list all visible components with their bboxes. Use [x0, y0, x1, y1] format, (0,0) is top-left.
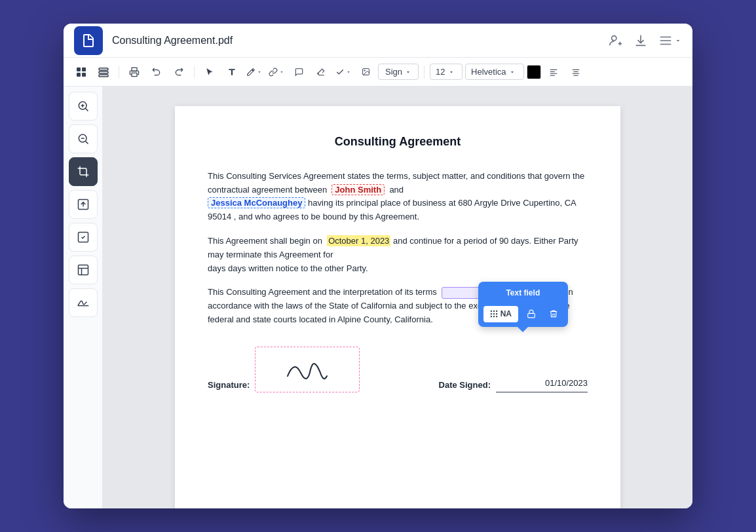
svg-point-11 [364, 70, 365, 71]
tooltip-delete-button[interactable] [544, 305, 563, 323]
svg-rect-3 [77, 73, 81, 77]
svg-rect-2 [82, 67, 86, 71]
signature-area: Signature: Date Signed: 01/10/2023 [208, 347, 588, 392]
para1-between: and [389, 185, 404, 195]
add-user-button[interactable] [609, 33, 623, 48]
font-family-selector[interactable]: Helvetica [465, 64, 524, 80]
na-badge-label: NA [501, 308, 512, 320]
main-content: Consulting Agreement This Consulting Ser… [64, 86, 692, 508]
sign-label: Sign [385, 67, 402, 77]
svg-rect-24 [493, 316, 495, 317]
svg-rect-4 [82, 73, 86, 77]
app-logo [74, 26, 103, 55]
menu-button[interactable] [658, 33, 682, 48]
svg-rect-22 [496, 313, 497, 314]
svg-rect-17 [490, 311, 491, 312]
logo-icon [81, 33, 96, 48]
document-area: Consulting Agreement This Consulting Ser… [103, 86, 692, 508]
align-left-button[interactable] [544, 62, 563, 82]
date-signed-label: Date Signed: [439, 379, 491, 392]
svg-rect-1 [77, 67, 81, 71]
svg-rect-26 [528, 314, 535, 318]
title-bar-actions [609, 33, 682, 48]
svg-rect-9 [132, 73, 137, 76]
font-family-value: Helvetica [471, 67, 506, 77]
font-size-selector[interactable]: 12 [430, 64, 463, 80]
list-view-button[interactable] [94, 62, 113, 82]
align-center-button[interactable] [566, 62, 586, 82]
template-button[interactable] [69, 256, 98, 284]
undo-button[interactable] [147, 62, 166, 82]
svg-point-0 [612, 35, 616, 40]
checkmark-button[interactable] [333, 62, 353, 82]
signature-right: Date Signed: 01/10/2023 [439, 377, 588, 392]
signature-box[interactable] [255, 347, 360, 392]
download-button[interactable] [633, 33, 648, 48]
tooltip-actions: NA [483, 305, 563, 323]
signature-label: Signature: [208, 379, 250, 392]
name1-field[interactable]: John Smith [331, 184, 385, 195]
pen-button[interactable] [244, 62, 264, 82]
checkbox-tool-button[interactable] [69, 223, 98, 252]
tooltip-label: Text field [483, 286, 563, 301]
redo-button[interactable] [169, 62, 189, 82]
cursor-button[interactable] [200, 62, 219, 82]
document-title: Consulting Agreement [208, 132, 588, 151]
separator-3 [424, 66, 425, 79]
para2-before: This Agreement shall begin on [208, 236, 322, 246]
paragraph-1: This Consulting Services Agreement state… [208, 170, 588, 224]
para3-before: This Consulting Agreement and the interp… [208, 287, 437, 297]
svg-rect-19 [496, 311, 497, 312]
crop-button[interactable] [69, 157, 98, 186]
name2-field[interactable]: Jessica McConaughey [208, 197, 305, 208]
separator-2 [194, 66, 195, 79]
svg-rect-6 [99, 71, 108, 73]
svg-rect-16 [78, 265, 88, 275]
paragraph-2: This Agreement shall begin on October 1,… [208, 235, 588, 275]
document-page: Consulting Agreement This Consulting Ser… [175, 106, 620, 508]
comment-button[interactable] [289, 62, 309, 82]
svg-rect-23 [490, 316, 491, 317]
image-button[interactable] [356, 62, 375, 82]
tooltip-drag-handle[interactable]: NA [483, 306, 518, 322]
link-button[interactable] [267, 62, 286, 82]
svg-rect-7 [99, 75, 108, 77]
svg-rect-25 [496, 316, 497, 317]
color-picker[interactable] [527, 65, 541, 79]
upload-button[interactable] [69, 190, 98, 219]
para2-trailing: days days written notice to the other Pa… [208, 263, 368, 273]
sign-button[interactable]: Sign [378, 64, 419, 80]
svg-rect-20 [490, 313, 491, 314]
title-bar: Consulting Agreement.pdf [64, 24, 692, 58]
separator-1 [119, 66, 119, 79]
text-button[interactable] [222, 62, 242, 82]
signature-image [274, 353, 340, 386]
date-signed-value: 01/10/2023 [496, 377, 588, 392]
erase-button[interactable] [311, 62, 331, 82]
toolbar: Sign 12 Helvetica [64, 58, 692, 86]
svg-rect-18 [493, 311, 495, 312]
app-window: Consulting Agreement.pdf [64, 24, 692, 508]
svg-rect-5 [99, 68, 108, 70]
date-field[interactable]: October 1, 2023 [327, 235, 390, 246]
text-field-tooltip: Text field [478, 282, 568, 327]
signature-left: Signature: [208, 347, 360, 392]
print-button[interactable] [124, 62, 144, 82]
left-sidebar [64, 86, 103, 508]
svg-rect-21 [493, 313, 495, 314]
tooltip-arrow [518, 327, 528, 332]
grid-view-button[interactable] [71, 62, 91, 82]
zoom-out-button[interactable] [69, 124, 98, 153]
font-size-value: 12 [436, 67, 445, 77]
zoom-in-button[interactable] [69, 92, 98, 121]
tooltip-lock-button[interactable] [522, 305, 540, 323]
signature-tool-button[interactable] [69, 288, 98, 317]
document-filename: Consulting Agreement.pdf [112, 35, 609, 47]
